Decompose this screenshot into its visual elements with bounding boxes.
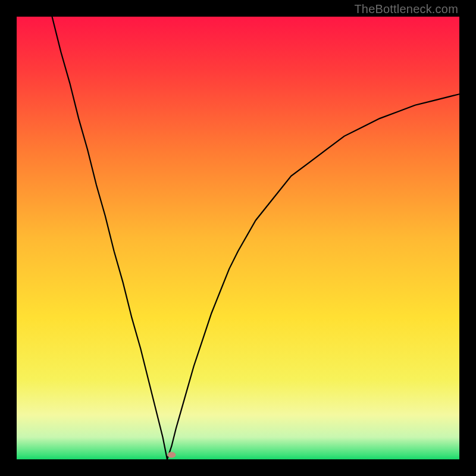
plot-area [17,17,459,459]
chart-frame: TheBottleneck.com [0,0,476,476]
gradient-background [17,17,459,459]
optimal-point-marker [167,452,176,458]
watermark-text: TheBottleneck.com [354,2,458,16]
chart-svg [17,17,459,459]
